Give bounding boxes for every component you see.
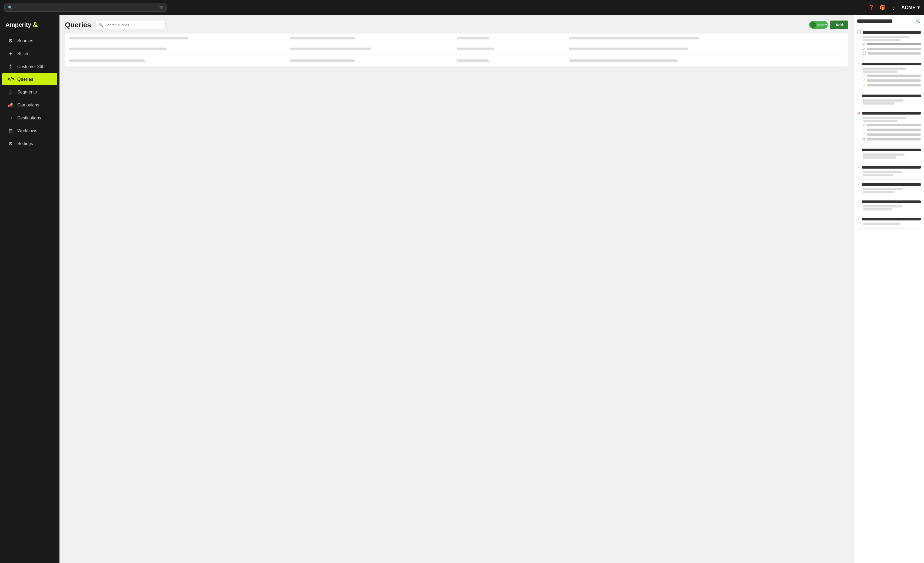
sidebar-item-destinations[interactable]: → Destinations <box>2 112 57 124</box>
sources-icon: ⚙ <box>8 38 14 44</box>
table-row <box>65 33 848 43</box>
logo-ampersand: & <box>33 21 38 29</box>
check-icon: ✓ <box>857 217 860 221</box>
list-item: ✓ <box>857 145 921 162</box>
right-panel-title <box>857 19 892 23</box>
search-queries-bar[interactable]: 🔍 <box>95 21 166 29</box>
help-icon[interactable]: ❓ <box>868 4 874 10</box>
destinations-icon: → <box>8 115 14 121</box>
queries-table: ⋮ ⋮ <box>65 33 848 66</box>
table-row: ⋮ <box>65 55 848 66</box>
list-item: ✓ <box>857 91 921 108</box>
sidebar-item-stitch[interactable]: ✦ Stitch <box>2 48 57 60</box>
item-title <box>862 166 921 169</box>
gift-icon[interactable]: 🎁 <box>880 4 886 10</box>
check-icon: ✓ <box>862 73 866 78</box>
app-logo: Amperity & <box>0 18 60 34</box>
check-icon: ✓ <box>857 94 860 98</box>
segments-icon: ◎ <box>8 89 14 95</box>
check-icon: ✓ <box>862 78 866 82</box>
list-item: ✓ <box>857 197 921 214</box>
check-icon: ✓ <box>862 47 866 51</box>
item-title <box>862 183 921 186</box>
settings-icon: ⚙ <box>8 141 14 147</box>
tenant-name: ACME <box>901 5 916 10</box>
sidebar-label-campaigns: Campaigns <box>17 103 39 108</box>
topbar: 🔍 / ❓ 🎁 ⋮ ACME ▾ <box>0 0 924 15</box>
row-menu-button[interactable]: ⋮ <box>840 46 844 51</box>
list-item: ✓ ✓ <box>857 28 921 59</box>
warning-icon: ⚠ <box>857 62 861 66</box>
chevron-down-icon: ▾ <box>917 4 920 10</box>
queries-header: Queries 🔍 ▾ Add <box>65 21 848 29</box>
sidebar-label-sources: Sources <box>17 38 33 43</box>
sidebar-item-segments[interactable]: ◎ Segments <box>2 86 57 98</box>
list-item: ⚠ ✓ ✓ ⚠ <box>857 59 921 91</box>
sidebar-item-workflows[interactable]: ⊟ Workflows <box>2 124 57 137</box>
stitch-icon: ✦ <box>8 51 14 57</box>
table-row: ⋮ <box>65 43 848 55</box>
topbar-actions: ❓ 🎁 ⋮ ACME ▾ <box>868 4 920 10</box>
list-item: ✓ <box>857 162 921 180</box>
sidebar-item-customer360[interactable]: 🗄 Customer 360 <box>2 60 57 73</box>
loading-icon <box>862 52 866 55</box>
list-item: ✓ <box>857 180 921 197</box>
page-title: Queries <box>65 21 91 29</box>
loading-icon <box>857 30 861 34</box>
row-menu-button[interactable]: ⋮ <box>840 58 844 63</box>
right-panel: 🔍 ✓ ✓ ⚠ <box>854 15 924 563</box>
item-title <box>862 112 921 115</box>
sidebar-item-sources[interactable]: ⚙ Sources <box>2 34 57 47</box>
sidebar-label-workflows: Workflows <box>17 128 37 133</box>
customer360-icon: 🗄 <box>8 64 14 69</box>
check-icon: ✓ <box>862 42 866 46</box>
search-icon: 🔍 <box>8 5 12 10</box>
queries-icon: </> <box>8 76 14 82</box>
item-title <box>862 201 921 203</box>
sidebar-item-settings[interactable]: ⚙ Settings <box>2 138 57 150</box>
app-name: Amperity <box>5 21 31 28</box>
warning-icon: ⚠ <box>862 83 866 87</box>
add-query-button[interactable]: Add <box>830 21 848 29</box>
item-title <box>862 94 921 97</box>
search-queries-icon: 🔍 <box>99 23 103 27</box>
user-menu[interactable]: ACME ▾ <box>901 4 920 10</box>
check-icon: ✓ <box>857 148 860 152</box>
right-panel-header: 🔍 <box>857 18 921 24</box>
item-title <box>862 148 921 151</box>
sidebar: Amperity & ⚙ Sources ✦ Stitch 🗄 Customer… <box>0 15 60 563</box>
sidebar-item-campaigns[interactable]: 📣 Campaigns <box>2 99 57 111</box>
workflows-icon: ⊟ <box>8 128 14 134</box>
check-icon: ✓ <box>857 200 860 204</box>
error-icon: ⊘ <box>857 111 860 115</box>
sidebar-item-queries[interactable]: </> Queries <box>2 73 57 85</box>
slash-badge: / <box>159 6 163 9</box>
item-title <box>862 63 921 65</box>
campaigns-icon: 📣 <box>8 102 14 108</box>
sidebar-label-segments: Segments <box>17 90 37 94</box>
main-panel: Queries 🔍 ▾ Add <box>60 15 854 563</box>
list-item: ✓ <box>857 214 921 229</box>
content-area: Queries 🔍 ▾ Add <box>60 15 924 563</box>
check-icon: ✓ <box>857 182 860 186</box>
right-panel-search-icon[interactable]: 🔍 <box>915 18 921 24</box>
check-icon: ✓ <box>857 165 860 169</box>
check-icon: ✓ <box>862 132 866 136</box>
check-icon: ✓ <box>862 123 866 127</box>
list-item: ⊘ ✓ ✓ ✓ ⊘ <box>857 108 921 145</box>
filter-row: ▾ Add <box>809 21 848 29</box>
item-title <box>862 218 921 220</box>
sidebar-label-destinations: Destinations <box>17 115 41 120</box>
error-icon: ⊘ <box>862 137 866 141</box>
check-icon: ✓ <box>862 127 866 132</box>
global-search[interactable]: 🔍 / <box>4 3 166 12</box>
sidebar-label-stitch: Stitch <box>17 51 28 56</box>
item-title <box>862 31 921 34</box>
filter-toggle[interactable]: ▾ <box>809 21 828 28</box>
main-layout: Amperity & ⚙ Sources ✦ Stitch 🗄 Customer… <box>0 15 924 563</box>
sidebar-label-customer360: Customer 360 <box>17 64 45 69</box>
search-queries-input[interactable] <box>105 23 159 27</box>
more-options-icon[interactable]: ⋮ <box>891 4 896 10</box>
sidebar-label-queries: Queries <box>17 77 33 82</box>
global-search-input[interactable] <box>15 6 158 10</box>
